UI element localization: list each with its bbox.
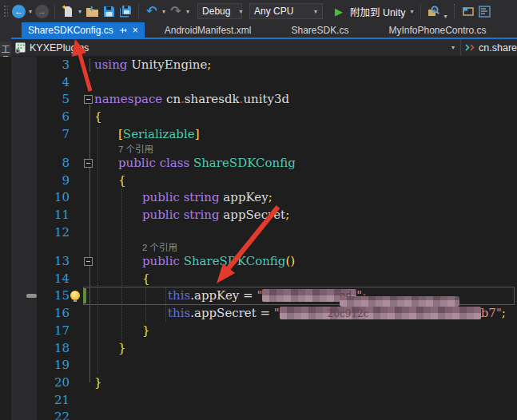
pin-icon[interactable] [119, 26, 127, 34]
code-line: 8 public class ShareSDKConfig [0, 155, 517, 172]
tab-sharesdk[interactable]: ShareSDK.cs [271, 22, 368, 38]
code-line: 13 public ShareSDKConfig() [0, 253, 517, 271]
tab-androidmanifest[interactable]: AndroidManifest.xml [145, 22, 272, 38]
code-line: 10 public string appKey; [0, 189, 517, 207]
navigate-forward-button[interactable]: → [35, 5, 49, 18]
code-line: 14 { [0, 271, 517, 288]
redacted-appsecret-value: 20c912c [280, 307, 481, 319]
line-number: 6 [24, 109, 70, 126]
line-number: 5 [24, 91, 70, 109]
code-line: 11 public string appSecret; [0, 207, 517, 224]
member-icon [464, 42, 475, 53]
line-number: 7 [24, 126, 70, 144]
line-number: 9 [24, 172, 70, 190]
code-line: 3 using UnityEngine; [0, 57, 517, 74]
line-number: 21 [24, 392, 70, 410]
code-line: 22 [0, 409, 517, 420]
code-line: 12 [0, 224, 517, 242]
redacted-blob [340, 296, 459, 307]
line-number: 10 [24, 189, 70, 207]
toolbar-grip[interactable] [454, 4, 455, 18]
member-dropdown[interactable]: cn.share [479, 42, 517, 53]
redacted-fragment: b7 [481, 306, 496, 320]
fold-toggle[interactable] [84, 159, 93, 168]
editor-navigation-bar: KYXEPlugins ▾ cn.share [11, 39, 517, 57]
line-number: 13 [24, 253, 70, 271]
line-number: 12 [24, 224, 70, 242]
attach-to-unity-label: 附加到 Unity [350, 4, 405, 19]
tab-label: AndroidManifest.xml [165, 25, 252, 36]
toolbar-separator [138, 4, 139, 18]
solution-configuration-dropdown[interactable]: Debug ▾ [197, 3, 242, 19]
document-outline-button[interactable] [478, 3, 492, 19]
code-editor[interactable]: 3 using UnityEngine; 4 5 namespace cn.sh… [0, 57, 517, 420]
chevron-down-icon: ▾ [313, 8, 318, 15]
code-line: 5 namespace cn.sharesdk.unity3d [0, 91, 517, 109]
code-line: 19 [0, 357, 517, 374]
line-number: 4 [24, 74, 70, 92]
save-button[interactable] [101, 3, 116, 19]
chevron-down-icon: ▾ [410, 8, 415, 15]
document-tab-bar: ShareSDKConfig.cs × AndroidManifest.xml … [11, 22, 517, 38]
tab-myinfophonecontro[interactable]: MyInfoPhoneContro.cs [368, 22, 506, 38]
tab-label: MyInfoPhoneContro.cs [388, 25, 486, 36]
project-dropdown-chevron-icon[interactable]: ▾ [451, 44, 455, 51]
fold-toggle[interactable] [84, 95, 93, 104]
toolbar-separator [54, 4, 55, 18]
code-line: 9 { [0, 172, 517, 190]
main-toolbar: ← ▾ → ▾ ↶ ▾ ↷ ▾ Debug ▾ Any CPU ▾ ▶ [0, 0, 517, 22]
redo-button[interactable]: ↷ [169, 3, 183, 19]
visual-studio-window: ← ▾ → ▾ ↶ ▾ ↷ ▾ Debug ▾ Any CPU ▾ ▶ [0, 0, 517, 420]
code-line: 6 { [0, 109, 517, 126]
navigate-back-dropdown-icon[interactable]: ▾ [28, 8, 33, 15]
line-number: 22 [24, 409, 70, 420]
frame-window-button[interactable] [461, 3, 475, 19]
undo-button[interactable]: ↶ [145, 3, 159, 19]
redo-dropdown-icon[interactable]: ▾ [185, 8, 190, 15]
fold-toggle[interactable] [84, 257, 93, 266]
code-line: 18 } [0, 340, 517, 358]
line-number: 3 [24, 57, 70, 74]
lightbulb-icon[interactable] [70, 291, 80, 300]
codelens-references[interactable]: 2 个引用 [142, 242, 177, 254]
project-dropdown[interactable]: KYXEPlugins [30, 42, 89, 53]
toolbar-grip[interactable] [3, 5, 8, 18]
code-line: 7 [Serializable] [0, 126, 517, 144]
code-line: 20 } [0, 374, 517, 392]
toolbar-separator [420, 4, 421, 18]
line-number: 17 [24, 323, 70, 340]
line-number: 14 [24, 271, 70, 288]
play-icon: ▶ [335, 6, 343, 18]
change-tracking-bar [83, 288, 86, 303]
line-number: 20 [24, 374, 70, 392]
open-file-button[interactable] [85, 3, 99, 19]
attach-to-unity-button[interactable]: ▶ 附加到 Unity ▾ [330, 4, 414, 19]
line-number: 15 [24, 287, 70, 305]
line-number: 8 [24, 155, 70, 172]
platform-value: Any CPU [254, 6, 293, 17]
tab-label: ShareSDKConfig.cs [28, 25, 113, 36]
new-file-button[interactable] [61, 3, 75, 19]
codelens-references[interactable]: 7 个引用 [118, 144, 153, 156]
save-all-button[interactable] [118, 3, 133, 19]
close-icon[interactable]: × [133, 25, 138, 36]
project-icon [14, 42, 26, 53]
line-number: 11 [24, 207, 70, 224]
code-line: 17 } [0, 323, 517, 340]
toolbar-overflow-icon[interactable]: ▾ [443, 13, 448, 20]
line-number: 18 [24, 340, 70, 358]
solution-platform-dropdown[interactable]: Any CPU ▾ [249, 3, 323, 19]
tab-label: ShareSDK.cs [291, 25, 348, 36]
chevron-down-icon: ▾ [238, 8, 243, 15]
codelens-row: 7 个引用 [0, 144, 517, 156]
code-line: 4 [0, 74, 517, 92]
code-line-appsecret: 16 this.appSecret = "20c912cb7"; [0, 305, 517, 323]
line-number: 16 [24, 305, 70, 323]
new-file-dropdown-icon[interactable]: ▾ [78, 8, 82, 15]
undo-dropdown-icon[interactable]: ▾ [161, 8, 166, 15]
line-number: 19 [24, 357, 70, 374]
code-line: 21 [0, 392, 517, 410]
tab-sharesdkconfig[interactable]: ShareSDKConfig.cs × [22, 22, 145, 38]
navigate-back-button[interactable]: ← [12, 5, 26, 18]
find-in-files-button[interactable] [427, 3, 441, 19]
